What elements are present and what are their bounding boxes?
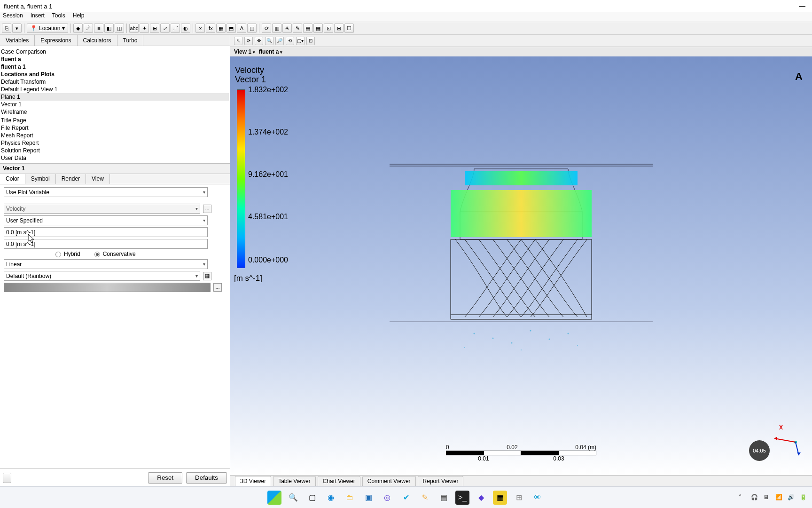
app-icon-4[interactable]: ▤ [437, 491, 451, 505]
tree-item[interactable]: Locations and Plots [0, 71, 229, 78]
vp-more-icon[interactable]: ▢▾ [296, 37, 304, 45]
tree-item[interactable]: fluent a 1 [0, 63, 229, 71]
range-select[interactable]: User Specified [4, 215, 208, 225]
tray-monitor-icon[interactable]: 🖥 [763, 494, 771, 501]
tree-item[interactable]: File Report [0, 124, 229, 132]
search-icon[interactable]: 🔍 [286, 491, 300, 505]
toolbar-btn-q[interactable]: ◫ [247, 24, 257, 33]
toolbar-btn-m[interactable]: fx [206, 24, 215, 33]
toolbar-btn-i[interactable]: ⤢ [160, 24, 170, 33]
variable-select[interactable]: Velocity [4, 204, 200, 214]
tray-headset-icon[interactable]: 🎧 [751, 494, 758, 501]
toolbar-btn-t[interactable]: ☀ [282, 24, 292, 33]
vp-zoomout-icon[interactable]: 🔎 [275, 37, 284, 45]
toolbar-btn-r[interactable]: ⟳ [262, 24, 271, 33]
outline-tree[interactable]: Case Comparisonfluent afluent a 1Locatio… [0, 46, 230, 164]
tab-color[interactable]: Color [0, 174, 25, 184]
windows-taskbar[interactable]: 🔍 ▢ ◉ 🗀 ▣ ◎ ✔ ✎ ▤ >_ ◆ ▦ ⊞ 👁 ˄ 🎧 🖥 📶 🔊 🔋 [0, 486, 812, 508]
tab-calculators[interactable]: Calculators [78, 35, 117, 46]
app-icon-7[interactable]: ▦ [493, 491, 507, 505]
menu-insert[interactable]: Insert [31, 12, 45, 22]
tray-battery-icon[interactable]: 🔋 [800, 494, 807, 501]
tree-item[interactable]: Plane 1 [0, 93, 229, 101]
tab-report-viewer[interactable]: Report Viewer [418, 476, 464, 486]
toolbar-btn-j[interactable]: ⋰ [171, 24, 180, 33]
min-input[interactable]: 0.0 [m s^-1] [4, 227, 208, 237]
app-icon-9[interactable]: 👁 [531, 491, 545, 505]
toolbar-btn-2[interactable]: ▾ [12, 24, 22, 33]
toolbar-btn-o[interactable]: ⬒ [226, 24, 236, 33]
3d-scene[interactable]: Velocity Vector 1 1.832e+002 1.374e+002 … [230, 56, 812, 475]
vp-zoomin-icon[interactable]: 🔍 [265, 37, 273, 45]
colormap-edit-button[interactable]: ▦ [203, 272, 211, 280]
app-icon-5[interactable]: >_ [455, 491, 469, 505]
minimize-button[interactable]: — [795, 2, 809, 9]
store-icon[interactable]: ▣ [361, 491, 375, 505]
toolbar-btn-v[interactable]: ▤ [303, 24, 312, 33]
taskview-icon[interactable]: ▢ [305, 491, 319, 505]
tree-item[interactable]: Wireframe [0, 108, 229, 116]
toolbar-btn-a[interactable]: ◆ [73, 24, 83, 33]
explorer-icon[interactable]: 🗀 [343, 491, 357, 505]
tab-chart-viewer[interactable]: Chart Viewer [318, 476, 360, 486]
tab-expressions[interactable]: Expressions [35, 35, 77, 46]
tab-variables[interactable]: Variables [0, 35, 35, 46]
vp-probe-icon[interactable]: ⊡ [306, 37, 315, 45]
system-tray[interactable]: ˄ 🎧 🖥 📶 🔊 🔋 [739, 494, 807, 501]
tree-item[interactable]: Default Legend View 1 [0, 86, 229, 93]
tab-3d-viewer[interactable]: 3D Viewer [235, 476, 271, 486]
app-icon-3[interactable]: ✎ [418, 491, 432, 505]
toolbar-btn-c[interactable]: ≡ [94, 24, 103, 33]
tab-table-viewer[interactable]: Table Viewer [273, 476, 315, 486]
edge-icon[interactable]: ◉ [324, 491, 338, 505]
scale-select[interactable]: Linear [4, 259, 208, 269]
vp-fit-icon[interactable]: ✥ [255, 37, 263, 45]
menu-session[interactable]: Session [3, 12, 23, 22]
tab-view[interactable]: View [86, 174, 110, 184]
mode-select[interactable]: Use Plot Variable [4, 187, 208, 197]
start-button[interactable] [267, 491, 281, 505]
radio-hybrid[interactable]: Hybrid [55, 251, 80, 257]
app-icon-2[interactable]: ✔ [399, 491, 413, 505]
toolbar-btn-e[interactable]: ◫ [115, 24, 124, 33]
tree-item[interactable]: Default Transform [0, 78, 229, 86]
toolbar-btn-f[interactable]: abc [129, 24, 139, 33]
menu-help[interactable]: Help [73, 12, 85, 22]
tray-chevron-icon[interactable]: ˄ [739, 494, 746, 501]
view-name-dropdown[interactable]: View 1 [234, 48, 255, 55]
tab-comment-viewer[interactable]: Comment Viewer [362, 476, 416, 486]
toolbar-btn-p[interactable]: A [237, 24, 246, 33]
toolbar-btn-x[interactable]: ⊡ [324, 24, 333, 33]
toolbar-btn-h[interactable]: ⊞ [150, 24, 159, 33]
toolbar-btn-y[interactable]: ⊟ [334, 24, 344, 33]
tab-symbol[interactable]: Symbol [25, 174, 56, 184]
tab-render[interactable]: Render [56, 174, 86, 184]
toolbar-btn-w[interactable]: ▦ [313, 24, 323, 33]
tree-item[interactable]: Physics Report [0, 139, 229, 147]
toolbar-btn-k[interactable]: ◐ [181, 24, 190, 33]
toolbar-btn-z[interactable]: ☐ [344, 24, 354, 33]
colormap-select[interactable]: Default (Rainbow) [4, 271, 200, 281]
vp-select-icon[interactable]: ↖ [234, 37, 242, 45]
toolbar-btn-1[interactable]: ⎘ [2, 24, 11, 33]
apply-button[interactable] [3, 473, 11, 483]
toolbar-btn-b[interactable]: ☄ [84, 24, 93, 33]
toolbar-btn-s[interactable]: ▥ [272, 24, 281, 33]
tree-item[interactable]: Solution Report [0, 147, 229, 154]
case-name-dropdown[interactable]: fluent a [259, 48, 282, 55]
app-icon-8[interactable]: ⊞ [512, 491, 526, 505]
radio-conservative[interactable]: Conservative [94, 251, 136, 257]
max-input[interactable]: 0.0 [m s^-1] [4, 239, 208, 249]
toolbar-btn-g[interactable]: ✦ [140, 24, 149, 33]
tree-item[interactable]: Vector 1 [0, 101, 229, 108]
vp-refresh-icon[interactable]: ⟳ [244, 37, 253, 45]
toolbar-btn-n[interactable]: ▦ [216, 24, 226, 33]
tree-item[interactable]: Case Comparison [0, 48, 229, 56]
tree-item[interactable]: fluent a [0, 56, 229, 63]
menu-tools[interactable]: Tools [52, 12, 65, 22]
axis-triad[interactable] [770, 423, 803, 456]
app-icon-1[interactable]: ◎ [380, 491, 394, 505]
tab-turbo[interactable]: Turbo [117, 35, 144, 46]
variable-more-button[interactable]: ... [203, 205, 211, 213]
app-icon-6[interactable]: ◆ [474, 491, 488, 505]
